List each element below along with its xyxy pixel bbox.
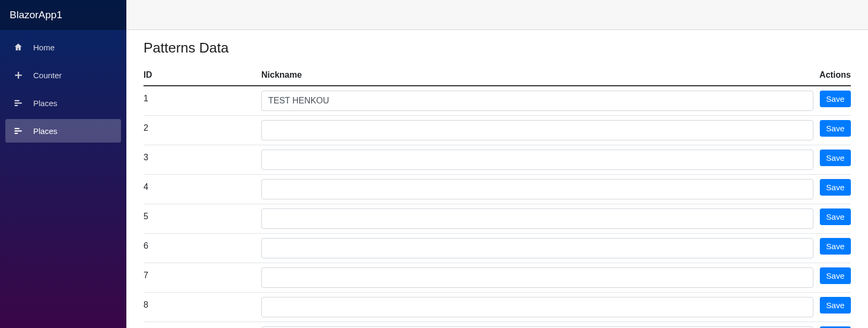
- cell-id: 1: [144, 86, 261, 116]
- home-icon: [13, 42, 24, 53]
- page-title: Patterns Data: [144, 40, 851, 56]
- content: Patterns Data ID Nickname Actions 1Save2…: [126, 30, 868, 328]
- app-title: BlazorApp1: [10, 9, 62, 21]
- cell-actions: Save: [813, 263, 851, 293]
- cell-nickname: [261, 175, 813, 204]
- save-button[interactable]: Save: [820, 179, 851, 196]
- nickname-input[interactable]: [261, 91, 813, 111]
- sidebar-item-label: Home: [33, 43, 55, 52]
- sidebar: BlazorApp1 Home Counter Places: [0, 0, 126, 328]
- nickname-input[interactable]: [261, 267, 813, 288]
- column-header-id: ID: [144, 66, 261, 86]
- list-icon: [13, 98, 24, 108]
- sidebar-item-label: Counter: [33, 71, 62, 80]
- save-button[interactable]: Save: [820, 120, 851, 137]
- sidebar-item-home[interactable]: Home: [5, 35, 121, 59]
- cell-actions: Save: [813, 145, 851, 175]
- sidebar-item-label: Places: [33, 99, 57, 108]
- cell-id: 7: [144, 263, 261, 293]
- nickname-input[interactable]: [261, 297, 813, 317]
- save-button[interactable]: Save: [820, 150, 851, 166]
- cell-id: 2: [144, 116, 261, 145]
- save-button[interactable]: Save: [820, 297, 851, 314]
- save-button[interactable]: Save: [820, 238, 851, 255]
- save-button[interactable]: Save: [820, 208, 851, 225]
- cell-nickname: [261, 293, 813, 322]
- cell-nickname: [261, 86, 813, 116]
- cell-id: 4: [144, 175, 261, 204]
- table-row: 4Save: [144, 175, 851, 204]
- cell-actions: Save: [813, 322, 851, 329]
- table-row: 8Save: [144, 293, 851, 322]
- list-icon: [13, 125, 24, 136]
- table-row: 7Save: [144, 263, 851, 293]
- cell-id: 5: [144, 204, 261, 234]
- save-button[interactable]: Save: [820, 267, 851, 284]
- cell-id: 6: [144, 234, 261, 263]
- sidebar-item-counter[interactable]: Counter: [5, 63, 121, 87]
- table-row: 6Save: [144, 234, 851, 263]
- main: Patterns Data ID Nickname Actions 1Save2…: [126, 0, 868, 328]
- cell-actions: Save: [813, 86, 851, 116]
- sidebar-item-places-active[interactable]: Places: [5, 119, 121, 143]
- cell-actions: Save: [813, 234, 851, 263]
- cell-nickname: [261, 116, 813, 145]
- cell-nickname: [261, 263, 813, 293]
- sidebar-item-label: Places: [33, 126, 57, 136]
- table-row: 3Save: [144, 145, 851, 175]
- table-row: 5Save: [144, 204, 851, 234]
- column-header-actions: Actions: [813, 66, 851, 86]
- cell-actions: Save: [813, 204, 851, 234]
- cell-id: 9: [144, 322, 261, 329]
- nickname-input[interactable]: [261, 179, 813, 199]
- cell-actions: Save: [813, 293, 851, 322]
- sidebar-item-places[interactable]: Places: [5, 91, 121, 115]
- app-brand: BlazorApp1: [0, 0, 126, 30]
- cell-actions: Save: [813, 116, 851, 145]
- patterns-table: ID Nickname Actions 1Save2Save3Save4Save…: [144, 66, 851, 328]
- nickname-input[interactable]: [261, 208, 813, 229]
- plus-icon: [13, 70, 24, 80]
- save-button[interactable]: Save: [820, 91, 851, 107]
- cell-nickname: [261, 322, 813, 329]
- cell-id: 8: [144, 293, 261, 322]
- cell-nickname: [261, 204, 813, 234]
- cell-nickname: [261, 145, 813, 175]
- nav: Home Counter Places Places: [0, 30, 126, 148]
- column-header-nickname: Nickname: [261, 66, 813, 86]
- nickname-input[interactable]: [261, 150, 813, 170]
- topbar: [126, 0, 868, 30]
- nickname-input[interactable]: [261, 238, 813, 258]
- nickname-input[interactable]: [261, 120, 813, 140]
- cell-nickname: [261, 234, 813, 263]
- table-row: 9Save: [144, 322, 851, 329]
- table-row: 1Save: [144, 86, 851, 116]
- cell-actions: Save: [813, 175, 851, 204]
- table-row: 2Save: [144, 116, 851, 145]
- cell-id: 3: [144, 145, 261, 175]
